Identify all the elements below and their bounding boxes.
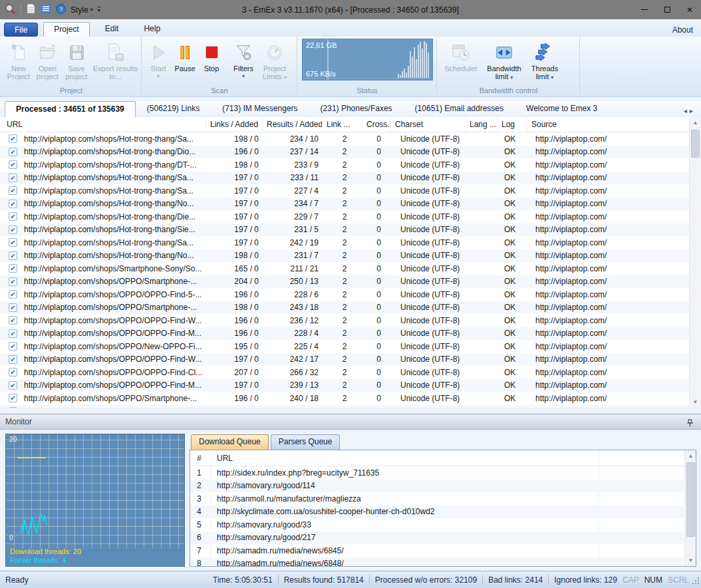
queue-row[interactable]: 2 http://samovary.ru/good/114 [190, 480, 684, 493]
queue-row[interactable]: 4 http://skyclimate.com.ua/osushitel-coo… [190, 506, 684, 519]
row-checkbox[interactable]: ✔ [0, 200, 20, 208]
table-row[interactable]: ✔ http://viplaptop.com/shops/Hot-trong-t… [0, 198, 689, 211]
result-tab[interactable]: (713) IM Messengers [211, 101, 309, 117]
stop-button[interactable]: Stop [198, 39, 225, 73]
row-checkbox[interactable]: ✔ [0, 186, 20, 195]
table-row[interactable]: ✔ http://viplaptop.com/shops/OPPO/OPPO-F… [0, 379, 689, 392]
project-limits-button[interactable]: Project Limits ▾ [258, 39, 291, 82]
table-row[interactable]: ✔ http://viplaptop.com/shops/OPPO/New-OP… [0, 340, 689, 353]
start-button[interactable]: Start ▾ [145, 39, 172, 80]
table-row[interactable]: ✔ http://viplaptop.com/shops/Hot-trong-t… [0, 223, 689, 237]
table-row[interactable]: ✔ http://viplaptop.com/shops/OPPO/Smartp… [0, 301, 689, 315]
filters-button[interactable]: Filters ▾ [229, 39, 258, 80]
export-results-button[interactable]: Export results to... [91, 39, 140, 80]
queue-scrollbar[interactable]: ▲ ▼ [684, 450, 696, 566]
column-header-cross[interactable]: Cross... [362, 117, 391, 132]
table-row[interactable]: ✔ http://viplaptop.com/shops/Hot-trong-t… [0, 249, 689, 263]
table-row[interactable]: ✔ http://viplaptop.com/shops/OPPO/OPPO-F… [0, 314, 689, 327]
pin-icon[interactable] [686, 418, 694, 432]
column-header-results-added[interactable]: Results / Added [263, 117, 323, 132]
new-project-button[interactable]: New Project [4, 39, 33, 80]
style-selector[interactable]: Style ▾ [70, 5, 93, 15]
scroll-down-icon[interactable]: ▼ [685, 555, 696, 566]
row-checkbox[interactable]: ✔ [0, 342, 20, 351]
table-row[interactable]: ✔ http://viplaptop.com/shops/OPPO/OPPO-F… [0, 405, 689, 408]
table-row[interactable]: ✔ http://viplaptop.com/shops/OPPO/OPPO-F… [0, 327, 689, 341]
new-results-icon[interactable] [26, 3, 36, 16]
row-checkbox[interactable]: ✔ [0, 407, 20, 408]
resize-grip-icon[interactable] [691, 576, 700, 587]
row-checkbox[interactable]: ✔ [0, 174, 20, 182]
row-checkbox[interactable]: ✔ [0, 355, 20, 364]
minimize-button[interactable] [633, 0, 656, 19]
row-checkbox[interactable]: ✔ [0, 368, 20, 376]
row-checkbox[interactable]: ✔ [0, 134, 20, 143]
column-header-charset[interactable]: Charset [391, 117, 466, 132]
open-project-button[interactable]: Open project [33, 39, 63, 80]
row-checkbox[interactable]: ✔ [0, 290, 20, 299]
help-icon[interactable]: ? [56, 4, 66, 16]
row-checkbox[interactable]: ✔ [0, 394, 20, 402]
table-row[interactable]: ✔ http://viplaptop.com/shops/Hot-trong-t… [0, 236, 689, 249]
maximize-button[interactable] [656, 0, 678, 19]
queue-column-url[interactable]: URL [210, 454, 696, 463]
about-link[interactable]: About [672, 25, 701, 37]
table-row[interactable]: ✔ http://viplaptop.com/shops/Hot-trong-t… [0, 184, 689, 198]
table-row[interactable]: ✔ http://viplaptop.com/shops/Hot-trong-t… [0, 132, 689, 146]
result-tab[interactable]: (506219) Links [136, 101, 211, 117]
column-header-log[interactable]: Log [497, 117, 527, 132]
scroll-up-icon[interactable]: ▲ [690, 117, 701, 128]
table-row[interactable]: ✔ http://viplaptop.com/shops/OPPO/Smartp… [0, 275, 689, 289]
tab-edit[interactable]: Edit [95, 22, 129, 37]
row-checkbox[interactable]: ✔ [0, 329, 20, 338]
table-row[interactable]: ✔ http://viplaptop.com/shops/OPPO/OPPO-F… [0, 366, 689, 379]
result-tab[interactable]: (231) Phones/Faxes [309, 101, 404, 117]
row-checkbox[interactable]: ✔ [0, 277, 20, 286]
table-row[interactable]: ✔ http://viplaptop.com/shops/Smartphone-… [0, 262, 689, 275]
table-row[interactable]: ✔ http://viplaptop.com/shops/Hot-trong-t… [0, 158, 689, 172]
row-checkbox[interactable]: ✔ [0, 381, 20, 390]
table-row[interactable]: ✔ http://viplaptop.com/shops/Hot-trong-t… [0, 172, 689, 185]
scrollbar-thumb[interactable] [691, 130, 700, 158]
row-checkbox[interactable]: ✔ [0, 251, 20, 260]
queue-row[interactable]: 3 http://sanmoll.ru/manufacturer/magliez… [190, 492, 684, 506]
save-project-button[interactable]: Save project [62, 39, 91, 80]
row-checkbox[interactable]: ✔ [0, 225, 20, 234]
queue-row[interactable]: 1 http://sidex.ru/index.php?breg=ucityw_… [190, 466, 684, 480]
queue-row[interactable]: 8 http://samadm.ru/media/news/6848/ [190, 557, 684, 567]
table-row[interactable]: ✔ http://viplaptop.com/shops/OPPO/OPPO-F… [0, 288, 689, 301]
row-checkbox[interactable]: ✔ [0, 264, 20, 273]
table-row[interactable]: ✔ http://viplaptop.com/shops/Hot-trong-t… [0, 210, 689, 223]
scroll-up-icon[interactable]: ▲ [685, 450, 696, 462]
row-checkbox[interactable]: ✔ [0, 303, 20, 312]
column-header-url[interactable]: URL [0, 117, 206, 132]
column-header-lang[interactable]: Lang ... [466, 117, 497, 132]
row-checkbox[interactable]: ✔ [0, 160, 20, 169]
result-tab[interactable]: (10651) Email addresses [404, 101, 515, 117]
close-button[interactable]: ✕ [678, 0, 701, 19]
tab-help[interactable]: Help [134, 22, 170, 37]
pause-button[interactable]: Pause [172, 39, 198, 73]
queue-row[interactable]: 7 http://samadm.ru/media/news/6845/ [190, 544, 684, 557]
threads-limit-button[interactable]: Threads limit ▾ [527, 39, 563, 82]
tab-file[interactable]: File [4, 23, 38, 37]
tab-download-queue[interactable]: Download Queue [191, 434, 269, 450]
table-row[interactable]: ✔ http://viplaptop.com/shops/Hot-trong-t… [0, 146, 689, 159]
results-list-icon[interactable] [41, 4, 51, 15]
customize-toolbar-icon[interactable]: ▾ [98, 7, 100, 13]
tab-project[interactable]: Project [43, 22, 89, 37]
scrollbar-thumb[interactable] [686, 462, 695, 537]
tab-processed[interactable]: Processed : 34651 of 135639 [5, 101, 136, 117]
column-header-source[interactable]: Source [527, 117, 689, 132]
queue-column-number[interactable]: # [190, 454, 210, 463]
column-header-links-added[interactable]: Links / Added [206, 117, 263, 132]
table-row[interactable]: ✔ http://viplaptop.com/shops/OPPO/OPPO-F… [0, 353, 689, 367]
table-row[interactable]: ✔ http://viplaptop.com/shops/OPPO/Smartp… [0, 392, 689, 405]
scroll-down-icon[interactable]: ▼ [690, 396, 701, 408]
queue-row[interactable]: 5 http://samovary.ru/good/33 [190, 518, 684, 531]
row-checkbox[interactable]: ✔ [0, 212, 20, 221]
bandwidth-limit-button[interactable]: Bandwidth limit ▾ [482, 39, 527, 82]
row-checkbox[interactable]: ✔ [0, 238, 20, 247]
row-checkbox[interactable]: ✔ [0, 148, 20, 156]
result-tab[interactable]: Welcome to Emex 3 [515, 101, 609, 117]
